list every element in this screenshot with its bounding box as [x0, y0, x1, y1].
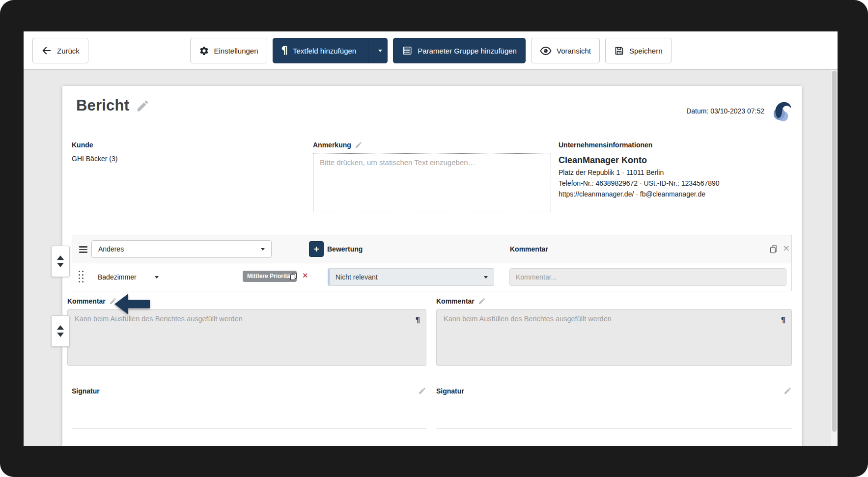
report-card: Bericht Datum: 03/10-2023 07:52	[62, 86, 802, 446]
signature-label: Signatur	[436, 387, 464, 395]
parameter-select[interactable]: Badezimmer	[91, 268, 165, 286]
comment-edit-pencil-icon[interactable]	[109, 297, 117, 305]
company-info-section: Unternehmensinformationen CleanManager K…	[559, 141, 794, 198]
parameter-row: Badezimmer Mittlere Priorität ✕ Nicht re…	[72, 263, 791, 291]
comment-section-right: Kommentar ¶	[436, 297, 792, 368]
pilcrow-icon: ¶	[281, 45, 288, 56]
content-area: Bericht Datum: 03/10-2023 07:52	[24, 70, 838, 446]
delete-parameter-button[interactable]: ✕	[302, 271, 308, 280]
add-parameter-group-button[interactable]: Parameter Gruppe hinzufügen	[393, 38, 526, 63]
add-textfield-button[interactable]: ¶ Textfeld hinzufügen	[273, 38, 388, 63]
report-date: Datum: 03/10-2023 07:52	[686, 107, 764, 115]
pilcrow-corner-icon[interactable]: ¶	[781, 316, 785, 325]
parameter-value: Badezimmer	[98, 273, 137, 281]
note-textarea[interactable]	[313, 153, 551, 212]
eye-icon	[540, 46, 552, 56]
scrollbar-track	[831, 70, 838, 446]
company-name: CleanManager Konto	[559, 155, 794, 166]
customer-label: Kunde	[72, 141, 117, 149]
comment-edit-pencil-icon[interactable]	[478, 297, 486, 305]
duplicate-group-button[interactable]	[769, 245, 778, 253]
comment-section-left: Kommentar ¶	[67, 297, 426, 368]
settings-button[interactable]: Einstellungen	[190, 38, 267, 63]
add-textfield-label: Textfeld hinzufügen	[293, 47, 356, 55]
split-divider	[368, 38, 368, 63]
company-web-email: https://cleanmanager.de/ · fb@cleanmanag…	[559, 191, 794, 198]
reorder-handle-group[interactable]	[51, 246, 70, 277]
gear-icon	[198, 46, 209, 56]
company-logo	[772, 100, 793, 122]
group-drag-handle-icon[interactable]	[79, 245, 87, 254]
screen-frame: Zurück Einstellungen ¶ Textfeld hinzufüg…	[0, 0, 868, 477]
add-parameter-button[interactable]: +	[309, 241, 324, 257]
comment-label: Kommentar	[436, 297, 475, 305]
down-arrow-icon	[57, 333, 64, 337]
page-title-row: Bericht	[76, 97, 150, 114]
row-drag-handle-icon[interactable]	[79, 271, 84, 283]
remove-group-button[interactable]: ×	[783, 243, 790, 253]
pilcrow-corner-icon[interactable]: ¶	[415, 316, 420, 325]
customer-section: Kunde GHI Bäcker (3)	[72, 141, 117, 163]
toolbar: Zurück Einstellungen ¶ Textfeld hinzufüg…	[24, 31, 838, 70]
title-edit-pencil-icon[interactable]	[136, 99, 150, 113]
report-header-right: Datum: 03/10-2023 07:52	[686, 100, 793, 122]
reorder-handle-comment[interactable]	[51, 315, 70, 347]
company-address: Platz der Republik 1 · 11011 Berlin	[559, 169, 794, 176]
back-label: Zurück	[57, 47, 80, 55]
signature-section-right: Signatur	[436, 387, 792, 432]
caret-down-icon	[261, 248, 265, 251]
comment-column-header: Kommentar	[510, 245, 548, 253]
page-title: Bericht	[76, 97, 129, 114]
comment-textarea[interactable]	[67, 309, 426, 366]
row-comment-input[interactable]	[509, 268, 786, 286]
company-info-label: Unternehmensinformationen	[559, 141, 794, 149]
caret-down-icon	[378, 50, 382, 52]
signature-label: Signatur	[72, 387, 100, 395]
signature-edit-pencil-icon[interactable]	[784, 387, 792, 395]
duplicate-parameter-button[interactable]	[289, 272, 298, 281]
save-label: Speichern	[629, 47, 663, 55]
rating-column-header: Bewertung	[327, 245, 363, 253]
back-button[interactable]: Zurück	[32, 38, 88, 63]
note-edit-pencil-icon[interactable]	[355, 141, 363, 149]
group-type-value: Anderes	[98, 245, 124, 253]
rating-select[interactable]: Nicht relevant	[328, 268, 494, 286]
note-section: Anmerkung	[313, 141, 551, 214]
signature-edit-pencil-icon[interactable]	[418, 387, 426, 395]
company-phone-vat: Telefon-Nr.: 46389829672 · USt.-ID-Nr.: …	[559, 180, 794, 187]
back-arrow-icon	[41, 45, 52, 56]
toolbar-center-group: Einstellungen ¶ Textfeld hinzufügen Para…	[190, 38, 671, 63]
preview-label: Voransicht	[557, 47, 591, 55]
rating-value: Nicht relevant	[336, 273, 378, 281]
caret-down-icon	[155, 276, 159, 279]
group-type-select[interactable]: Anderes	[91, 240, 272, 258]
note-label: Anmerkung	[313, 141, 351, 149]
up-arrow-icon	[57, 255, 64, 260]
save-button[interactable]: Speichern	[605, 38, 672, 63]
add-parameter-group-label: Parameter Gruppe hinzufügen	[418, 47, 517, 55]
preview-button[interactable]: Voransicht	[531, 38, 600, 63]
priority-badge: Mittlere Priorität	[243, 271, 297, 282]
signature-section-left: Signatur	[72, 387, 426, 432]
down-arrow-icon	[57, 263, 64, 267]
customer-value: GHI Bäcker (3)	[72, 155, 117, 163]
scrollbar-thumb[interactable]	[832, 71, 837, 432]
signature-line	[436, 428, 792, 428]
comment-label: Kommentar	[67, 297, 106, 305]
app-window: Zurück Einstellungen ¶ Textfeld hinzufüg…	[24, 31, 838, 446]
signature-line	[72, 428, 426, 428]
up-arrow-icon	[57, 325, 64, 330]
parameter-group: Anderes + Bewertung Kommentar ×	[72, 235, 792, 291]
settings-label: Einstellungen	[214, 47, 258, 55]
list-icon	[402, 45, 413, 56]
add-textfield-dropdown-toggle[interactable]	[373, 38, 387, 63]
parameter-group-header: Anderes + Bewertung Kommentar ×	[72, 235, 791, 263]
comment-textarea[interactable]	[436, 309, 792, 366]
caret-down-icon	[484, 276, 488, 279]
save-icon	[614, 46, 624, 56]
